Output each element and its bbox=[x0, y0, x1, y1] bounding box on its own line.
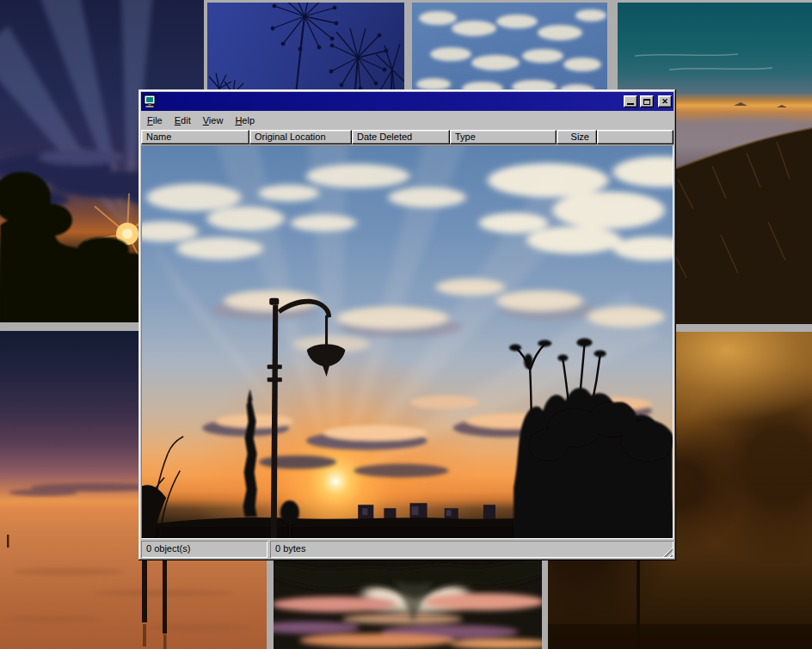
recycle-bin-window: ✕ File Edit View Help Name Original Loca… bbox=[138, 89, 676, 560]
window-icon[interactable] bbox=[143, 95, 157, 108]
status-byte-count: 0 bytes bbox=[270, 541, 674, 558]
column-header-row: Name Original Location Date Deleted Type… bbox=[141, 130, 674, 144]
cypress-tree bbox=[243, 389, 257, 517]
sunset-photo-art bbox=[142, 146, 673, 538]
status-object-count: 0 object(s) bbox=[141, 541, 268, 558]
column-header-original-location[interactable]: Original Location bbox=[249, 130, 352, 144]
menu-edit[interactable]: Edit bbox=[169, 113, 198, 128]
column-header-type[interactable]: Type bbox=[450, 130, 557, 144]
maximize-button-icon[interactable] bbox=[640, 95, 654, 107]
minimize-button-icon[interactable] bbox=[624, 95, 637, 107]
column-header-size[interactable]: Size bbox=[557, 130, 597, 144]
column-header-date-deleted[interactable]: Date Deleted bbox=[352, 130, 450, 144]
list-view-area[interactable] bbox=[141, 145, 674, 539]
status-bar: 0 object(s) 0 bytes bbox=[141, 541, 674, 558]
menu-help[interactable]: Help bbox=[230, 113, 261, 128]
menu-bar: File Edit View Help bbox=[141, 112, 674, 129]
window-titlebar[interactable]: ✕ bbox=[141, 92, 674, 111]
column-header-filler bbox=[597, 130, 674, 144]
sunset-street-lamp-photo bbox=[142, 146, 673, 538]
menu-file[interactable]: File bbox=[142, 113, 169, 128]
close-button-icon[interactable]: ✕ bbox=[658, 95, 672, 107]
desktop: ✕ File Edit View Help Name Original Loca… bbox=[0, 0, 812, 649]
menu-view[interactable]: View bbox=[198, 113, 231, 128]
column-header-name[interactable]: Name bbox=[141, 130, 249, 144]
